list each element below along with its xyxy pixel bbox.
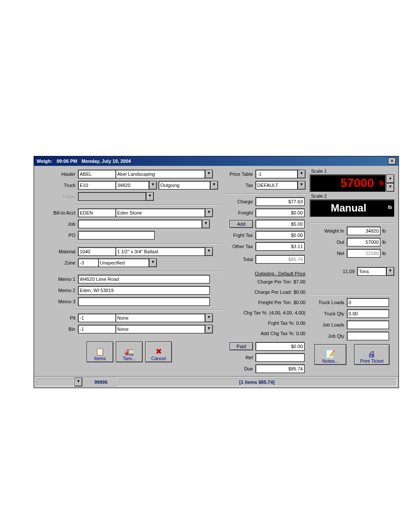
scale-down-button[interactable]: ▼: [386, 183, 394, 192]
converted-unit-dropdown-button[interactable]: ▼: [386, 267, 394, 276]
title-date: Monday, July 19, 2004: [81, 159, 131, 164]
truck-tare-input[interactable]: [115, 181, 149, 190]
trailer-input: [78, 192, 146, 201]
price-table-input[interactable]: [255, 170, 298, 178]
truck-direction-dropdown-button[interactable]: ▼: [210, 181, 218, 190]
frght-tax-label: Frght Tax: [224, 233, 255, 238]
status-combo-dropdown-button[interactable]: ▼: [75, 378, 82, 386]
pit-desc-input[interactable]: [115, 314, 205, 322]
pit-code-input[interactable]: [78, 314, 116, 322]
memo2-input[interactable]: [78, 286, 210, 295]
scale-up-button[interactable]: ▲: [386, 174, 394, 183]
tare-button[interactable]: 🚛 Tare...: [116, 342, 143, 362]
material-code-input[interactable]: [78, 247, 116, 256]
paid-button[interactable]: Paid: [230, 342, 253, 350]
hauler-dropdown-button[interactable]: ▼: [205, 170, 213, 178]
bin-code-input[interactable]: [78, 325, 116, 333]
items-button-label: Items: [94, 356, 106, 361]
charge-per-ton-label: Charge Per Ton:: [258, 279, 292, 284]
title-prefix: Weigh:: [37, 159, 52, 164]
material-dropdown-button[interactable]: ▼: [205, 247, 213, 256]
hauler-name-input[interactable]: [115, 170, 205, 178]
divider: [75, 243, 222, 244]
weight-in-input[interactable]: [347, 227, 380, 235]
truck-direction-input[interactable]: [159, 181, 210, 190]
items-button[interactable]: 📋 Items: [87, 342, 113, 362]
weight-out-input[interactable]: [347, 238, 380, 246]
freight-per-ton-value: $0.00: [293, 300, 305, 305]
bin-desc-input[interactable]: [115, 325, 205, 333]
charge-per-load-value: $0.00: [293, 289, 305, 295]
frght-tax-pct-label: Frght Tax %:: [268, 320, 295, 326]
hauler-code-input[interactable]: [78, 170, 116, 178]
memo3-input[interactable]: [78, 297, 210, 306]
tare-button-label: Tare...: [123, 356, 136, 361]
material-desc-input[interactable]: [115, 247, 205, 256]
print-ticket-button[interactable]: 🖨 Print Ticket: [354, 344, 389, 365]
add-input[interactable]: [255, 220, 305, 228]
memo1-label: Memo 1: [37, 277, 78, 282]
job-loads-input[interactable]: [347, 320, 389, 329]
weight-net-output: [347, 249, 380, 258]
memo3-label: Memo 3: [37, 299, 78, 304]
weight-out-label: Out: [310, 240, 347, 245]
tax-input[interactable]: [255, 181, 298, 190]
truck-code-input[interactable]: [78, 181, 116, 190]
job-dropdown-button[interactable]: ▼: [202, 220, 210, 228]
hauler-label: Hauler: [37, 171, 78, 177]
close-button[interactable]: ×: [388, 158, 396, 165]
memo1-input[interactable]: [78, 275, 210, 283]
job-input[interactable]: [78, 220, 202, 228]
po-input[interactable]: [78, 231, 155, 240]
zone-desc-input[interactable]: [98, 258, 149, 267]
charge-input[interactable]: [255, 197, 305, 206]
add-button[interactable]: Add: [230, 220, 253, 228]
tax-dropdown-button[interactable]: ▼: [298, 181, 305, 190]
total-output: [255, 255, 305, 264]
pit-dropdown-button[interactable]: ▼: [205, 314, 213, 322]
chg-tax-label: Chg Tax %:: [243, 310, 268, 315]
weight-net-label: Net: [310, 251, 347, 256]
price-table-dropdown-button[interactable]: ▼: [298, 170, 305, 178]
job-qty-label: Job Qty: [310, 333, 347, 339]
cancel-button[interactable]: ✖ Cancel: [145, 342, 172, 362]
freight-input[interactable]: [255, 208, 305, 217]
billto-label: Bill-to Acct: [37, 210, 78, 215]
other-tax-input[interactable]: [255, 242, 305, 251]
ref-input[interactable]: [255, 353, 305, 362]
frght-tax-input[interactable]: [255, 231, 305, 240]
status-summary-well: [1 items $85.74]: [117, 378, 397, 386]
billto-dropdown-button[interactable]: ▼: [205, 208, 213, 217]
status-summary: [1 items $85.74]: [239, 380, 274, 385]
billto-code-input[interactable]: [78, 208, 116, 217]
weight-in-unit: lb: [382, 228, 386, 233]
truck-qty-input[interactable]: [347, 309, 389, 318]
material-label: Material: [37, 249, 78, 254]
ticket-number: 99896: [94, 380, 108, 385]
zone-code-input[interactable]: [78, 258, 99, 267]
po-label: PO: [37, 233, 78, 238]
billto-name-input[interactable]: [115, 208, 205, 217]
trailer-label: Trailer: [37, 194, 78, 199]
scale1-sub: a: [381, 177, 383, 190]
paid-input[interactable]: [255, 342, 305, 351]
scale2-label: Scale 2: [311, 193, 394, 199]
status-combo[interactable]: [36, 378, 75, 386]
due-output: [255, 364, 305, 373]
scale2-display: Manual lb: [310, 199, 394, 217]
chg-tax-value: (4.00, 4.00, 4.00): [269, 310, 305, 315]
bin-dropdown-button[interactable]: ▼: [205, 325, 213, 333]
truck-loads-input[interactable]: [347, 298, 389, 307]
job-qty-input[interactable]: [347, 332, 389, 340]
converted-unit-input[interactable]: [357, 267, 386, 276]
truck-tare-dropdown-button[interactable]: ▼: [149, 181, 157, 190]
memo2-label: Memo 2: [37, 288, 78, 293]
zone-dropdown-button[interactable]: ▼: [149, 258, 157, 267]
other-tax-label: Other Tax: [224, 244, 255, 249]
add-chg-tax-label: Add Chg Tax %:: [261, 331, 295, 336]
notes-button[interactable]: 📝 Notes...: [314, 344, 346, 365]
printer-icon: 🖨: [368, 350, 376, 358]
cancel-icon: ✖: [156, 347, 162, 356]
scale1-display: 57000 lb a: [310, 174, 386, 192]
add-chg-tax-value: 0.00: [296, 331, 305, 336]
